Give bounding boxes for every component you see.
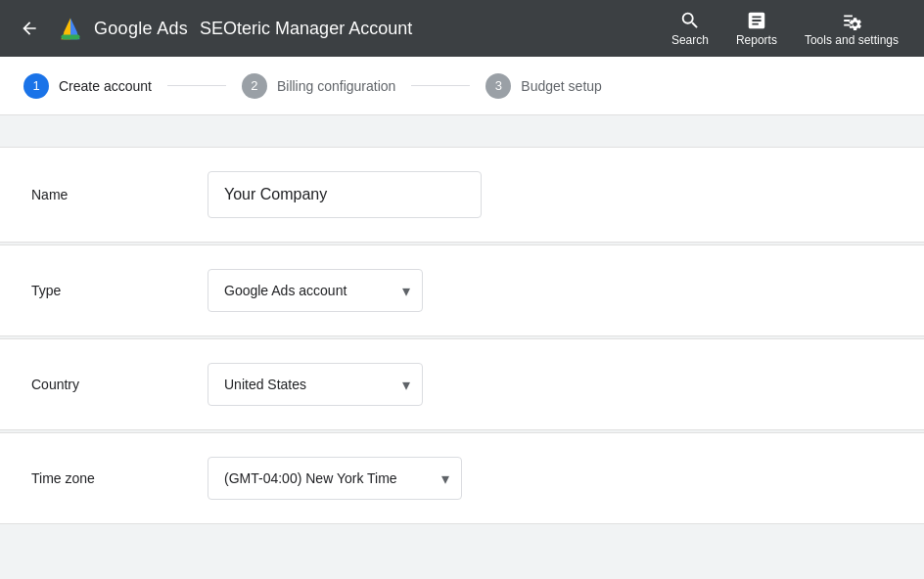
country-dropdown-arrow-icon: ▾ — [402, 376, 410, 394]
name-form-row: Name — [0, 147, 924, 243]
back-button[interactable] — [12, 11, 47, 46]
timezone-dropdown-arrow-icon: ▾ — [441, 469, 449, 488]
type-select-value: Google Ads account — [224, 283, 346, 298]
svg-rect-1 — [61, 34, 79, 39]
reports-nav-label: Reports — [736, 33, 777, 47]
country-field-wrapper: United States ▾ — [208, 363, 893, 406]
timezone-field-wrapper: (GMT-04:00) New York Time ▾ — [208, 457, 893, 500]
step-2: 2 Billing configuration — [242, 73, 395, 99]
app-name-label: Google Ads — [94, 19, 188, 39]
type-field-wrapper: Google Ads account ▾ — [208, 269, 893, 312]
timezone-select-value: (GMT-04:00) New York Time — [224, 470, 397, 486]
step-1-circle: 1 — [23, 73, 49, 99]
timezone-label: Time zone — [31, 470, 208, 486]
country-form-row: Country United States ▾ — [0, 338, 924, 430]
search-nav-label: Search — [671, 33, 709, 47]
app-logo: Google Ads — [55, 13, 188, 44]
step-divider-1 — [167, 85, 226, 86]
step-3-label: Budget setup — [521, 78, 602, 94]
country-label: Country — [31, 377, 208, 392]
step-1: 1 Create account — [23, 73, 152, 99]
name-field-wrapper — [208, 171, 893, 218]
step-2-label: Billing configuration — [277, 78, 395, 94]
tools-nav-label: Tools and settings — [805, 33, 899, 47]
top-navigation: Google Ads SEOteric Manager Account Sear… — [0, 0, 924, 57]
google-ads-logo-icon — [55, 13, 86, 44]
step-2-circle: 2 — [242, 73, 267, 99]
country-select[interactable]: United States ▾ — [208, 363, 423, 406]
timezone-form-row: Time zone (GMT-04:00) New York Time ▾ — [0, 432, 924, 524]
step-3: 3 Budget setup — [485, 73, 602, 99]
tools-nav-button[interactable]: Tools and settings — [791, 2, 912, 55]
step-3-circle: 3 — [485, 73, 511, 99]
type-form-row: Type Google Ads account ▾ — [0, 245, 924, 336]
account-name-label: SEOteric Manager Account — [200, 19, 412, 39]
timezone-select[interactable]: (GMT-04:00) New York Time ▾ — [208, 457, 462, 500]
stepper: 1 Create account 2 Billing configuration… — [0, 57, 924, 115]
nav-actions: Search Reports Tools and settings — [658, 2, 912, 55]
step-1-label: Create account — [59, 78, 152, 94]
main-content: Name Type Google Ads account ▾ Country U… — [0, 115, 924, 579]
tools-icon — [841, 10, 862, 31]
reports-nav-button[interactable]: Reports — [722, 2, 791, 55]
type-select[interactable]: Google Ads account ▾ — [208, 269, 423, 312]
reports-icon — [746, 10, 767, 31]
type-label: Type — [31, 283, 208, 298]
country-select-value: United States — [224, 377, 306, 392]
name-label: Name — [31, 187, 208, 202]
search-nav-button[interactable]: Search — [658, 2, 722, 55]
name-input[interactable] — [208, 171, 482, 218]
search-icon — [679, 10, 701, 31]
step-divider-2 — [411, 85, 470, 86]
type-dropdown-arrow-icon: ▾ — [402, 282, 410, 300]
